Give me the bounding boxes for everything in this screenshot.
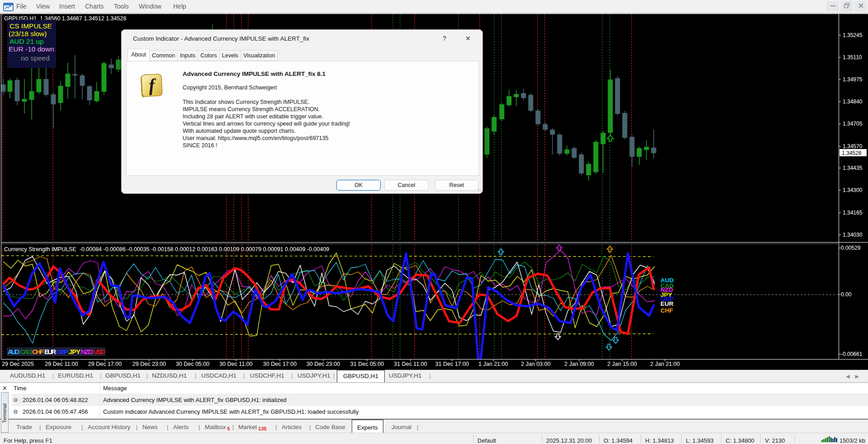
svg-text:30 Dec 05:00: 30 Dec 05:00 [176, 361, 209, 367]
svg-text:29 Dec 17:00: 29 Dec 17:00 [88, 361, 122, 367]
svg-text:1.34975: 1.34975 [843, 76, 863, 83]
svg-text:CAD: CAD [20, 348, 32, 355]
svg-text:30 Dec 11:00: 30 Dec 11:00 [219, 361, 252, 367]
svg-text:1.34435: 1.34435 [843, 165, 863, 171]
svg-text:no speed: no speed [21, 54, 50, 62]
svg-text:2 Jan 03:00: 2 Jan 03:00 [521, 361, 550, 367]
svg-text:1.34165: 1.34165 [843, 210, 863, 216]
svg-text:AUD: AUD [8, 348, 19, 355]
svg-text:EUR: EUR [660, 300, 674, 307]
svg-text:AUD 21 up: AUD 21 up [9, 37, 44, 45]
svg-text:1.34528: 1.34528 [842, 150, 862, 156]
svg-text:1.34300: 1.34300 [843, 187, 863, 193]
svg-text:EUR: EUR [44, 348, 57, 355]
svg-text:2 Jan 15:00: 2 Jan 15:00 [607, 361, 637, 367]
svg-text:-0.00661: -0.00661 [841, 351, 863, 357]
svg-text:USD: USD [93, 348, 105, 355]
svg-text:1.34570: 1.34570 [843, 143, 863, 150]
svg-text:EUR -10 down: EUR -10 down [9, 45, 54, 53]
svg-text:0.00: 0.00 [841, 291, 852, 298]
svg-text:Currency Strength IMPULSE -0.: Currency Strength IMPULSE -0.00084 -0.00… [4, 246, 329, 252]
svg-text:JPY: JPY [69, 348, 80, 355]
svg-text:2 Jan 09:00: 2 Jan 09:00 [564, 361, 594, 367]
svg-text:GBP: GBP [57, 348, 68, 355]
svg-text:2 Jan 21:00: 2 Jan 21:00 [650, 361, 679, 367]
svg-text:1.34030: 1.34030 [843, 232, 863, 238]
svg-text:1.35110: 1.35110 [843, 54, 862, 61]
svg-text:29 Dec 11:00: 29 Dec 11:00 [45, 361, 78, 367]
svg-text:CHF: CHF [32, 348, 44, 355]
svg-text:29 Dec 23:00: 29 Dec 23:00 [132, 361, 166, 367]
svg-text:31 Dec 05:00: 31 Dec 05:00 [350, 361, 384, 367]
svg-text:(23/18 slow): (23/18 slow) [9, 30, 47, 37]
svg-text:30 Dec 17:00: 30 Dec 17:00 [263, 361, 297, 367]
svg-text:1.34705: 1.34705 [843, 121, 863, 127]
svg-text:31 Dec 11:00: 31 Dec 11:00 [394, 361, 427, 367]
svg-text:NZD: NZD [81, 348, 93, 355]
svg-text:CHF: CHF [660, 307, 673, 314]
svg-text:0.00529: 0.00529 [841, 245, 861, 251]
svg-text:1.34840: 1.34840 [843, 98, 863, 105]
svg-text:1.35245: 1.35245 [843, 32, 863, 38]
svg-text:30 Dec 23:00: 30 Dec 23:00 [307, 361, 340, 367]
svg-text:CS IMPULSE: CS IMPULSE [9, 22, 52, 30]
svg-text:1 Jan 21:00: 1 Jan 21:00 [478, 361, 508, 367]
svg-text:31 Dec 17:00: 31 Dec 17:00 [435, 361, 469, 367]
svg-text:29 Dec 2025: 29 Dec 2025 [2, 361, 34, 367]
